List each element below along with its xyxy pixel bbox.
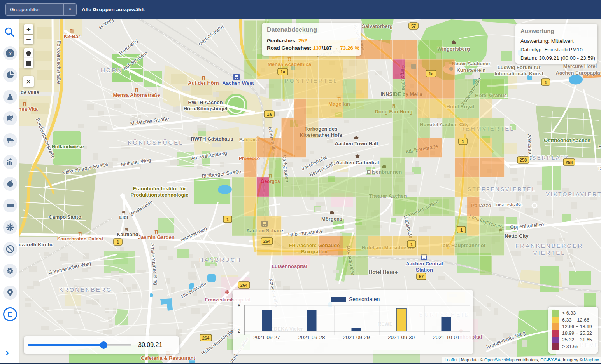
- svg-text:258: 258: [566, 160, 573, 165]
- svg-text:2021-09-30: 2021-09-30: [388, 334, 415, 340]
- svg-text:KRONENBERG: KRONENBERG: [59, 286, 112, 293]
- svg-text:Fraunhofer Institut für: Fraunhofer Institut für: [133, 186, 186, 192]
- svg-text:Kunstverein: Kunstverein: [456, 67, 485, 73]
- svg-text:RWTH Gästehaus: RWTH Gästehaus: [191, 136, 233, 142]
- svg-text:Cafeteria & Restaurant: Cafeteria & Restaurant: [141, 355, 196, 361]
- svg-text:VIERTEL: VIERTEL: [533, 249, 565, 256]
- svg-text:Taa: Taa: [597, 166, 601, 171]
- svg-text:1: 1: [545, 80, 547, 85]
- svg-text:VIKTORIAVIERTEL: VIKTORIAVIERTEL: [546, 191, 601, 197]
- svg-text:Hollandwiese: Hollandwiese: [51, 144, 84, 150]
- svg-text:Aachen Town Hall: Aachen Town Hall: [335, 141, 378, 146]
- svg-text:57: 57: [411, 24, 416, 28]
- svg-text:Neuer Aachener: Neuer Aachener: [452, 61, 490, 66]
- svg-text:8: 8: [238, 303, 240, 308]
- svg-text:Aachen Europaplatz: Aachen Europaplatz: [556, 70, 601, 76]
- svg-text:2: 2: [238, 328, 240, 334]
- svg-text:Auf der Hörn: Auf der Hörn: [188, 80, 219, 86]
- svg-text:Mercure Hotel: Mercure Hotel: [563, 63, 597, 69]
- svg-text:Salvatorberg: Salvatorberg: [362, 23, 393, 29]
- svg-text:Aachen West: Aachen West: [222, 80, 254, 86]
- svg-text:1a: 1a: [267, 112, 272, 117]
- svg-text:Hotel Hesse: Hotel Hesse: [369, 269, 398, 275]
- svg-text:Ludwig Forum für: Ludwig Forum für: [498, 64, 540, 70]
- svg-text:258: 258: [520, 158, 527, 162]
- svg-text:de villis: de villis: [21, 89, 39, 95]
- svg-text:Sensordaten: Sensordaten: [349, 296, 380, 302]
- svg-text:1: 1: [226, 217, 229, 222]
- svg-text:Lidl: Lidl: [119, 214, 128, 220]
- svg-text:Campo Santo: Campo Santo: [49, 214, 81, 220]
- svg-text:RWTH Aachen: RWTH Aachen: [188, 99, 223, 105]
- svg-text:Jasmin Garden: Jasmin Garden: [138, 234, 175, 240]
- svg-text:1: 1: [410, 242, 413, 247]
- svg-text:2021-09-29: 2021-09-29: [343, 334, 370, 340]
- svg-text:Ostfriedhof Aachen: Ostfriedhof Aachen: [544, 138, 590, 143]
- svg-text:Internationale Kunst: Internationale Kunst: [494, 71, 543, 77]
- svg-text:Kaufland: Kaufland: [117, 232, 138, 237]
- svg-text:Sauerbraten-Palast: Sauerbraten-Palast: [57, 236, 103, 242]
- svg-text:1a: 1a: [429, 71, 434, 76]
- svg-text:2021-09-27: 2021-09-27: [253, 334, 280, 340]
- svg-text:Netto City: Netto City: [505, 233, 529, 239]
- svg-text:HANBRUCH: HANBRUCH: [199, 256, 241, 263]
- svg-text:Mensa Ahornstraße: Mensa Ahornstraße: [113, 92, 160, 98]
- svg-text:Luisenhospital: Luisenhospital: [272, 263, 307, 269]
- svg-text:264: 264: [202, 336, 210, 340]
- svg-text:Produktionstechnologie: Produktionstechnologie: [131, 192, 189, 198]
- svg-text:K2-Bar: K2-Bar: [64, 33, 81, 39]
- svg-text:Aachen Central: Aachen Central: [406, 261, 443, 266]
- svg-text:HÖRN: HÖRN: [101, 67, 123, 73]
- svg-text:Station: Station: [416, 267, 433, 273]
- svg-text:ezareth Kirche: ezareth Kirche: [19, 242, 54, 247]
- svg-text:1: 1: [117, 240, 119, 244]
- svg-text:Aachen Cathedral: Aachen Cathedral: [336, 160, 379, 165]
- svg-text:Hot: Hot: [598, 144, 601, 150]
- svg-text:Forckenbeckstraße: Forckenbeckstraße: [56, 40, 62, 84]
- svg-text:KÖNIGSHÜGEL: KÖNIGSHÜGEL: [128, 139, 183, 146]
- svg-text:1: 1: [462, 139, 464, 144]
- svg-text:1a: 1a: [280, 70, 286, 74]
- svg-text:2021-09-28: 2021-09-28: [298, 334, 325, 340]
- svg-text:?: ?: [9, 51, 12, 56]
- svg-text:264: 264: [263, 239, 271, 244]
- svg-text:FRANKENBERGER: FRANKENBERGER: [515, 242, 583, 249]
- svg-text:Hörn/Königshügel: Hörn/Königshügel: [184, 106, 228, 111]
- svg-text:1: 1: [460, 228, 463, 232]
- svg-text:264: 264: [240, 283, 248, 287]
- svg-text:2021-10-01: 2021-10-01: [433, 334, 459, 340]
- svg-text:57: 57: [419, 274, 424, 279]
- svg-text:Luisenstraße: Luisenstraße: [493, 202, 522, 207]
- svg-text:Mörgens: Mörgens: [321, 216, 342, 222]
